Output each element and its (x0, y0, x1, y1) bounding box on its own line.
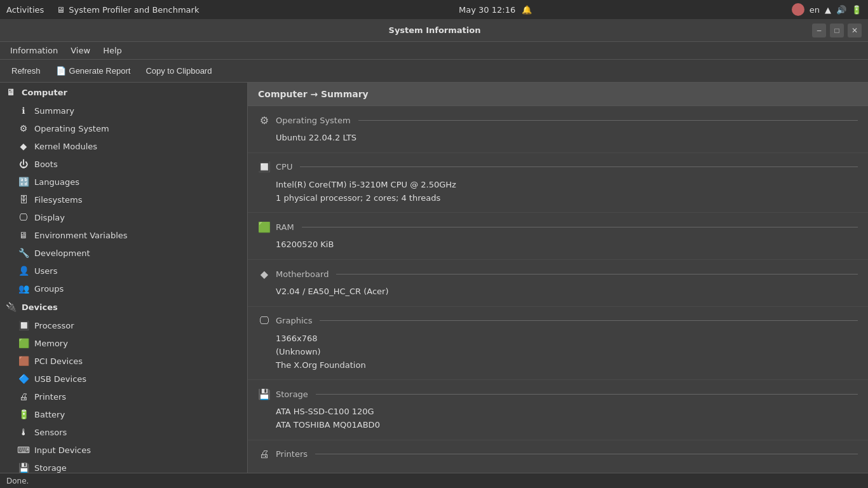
storage-section-icon: 💾 (258, 388, 271, 400)
sidebar-item-groups[interactable]: 👥 Groups (0, 280, 247, 297)
minimize-button[interactable]: – (812, 24, 826, 37)
sidebar-item-battery[interactable]: 🔋 Battery (0, 405, 247, 423)
processor-icon: 🔲 (18, 320, 29, 331)
sidebar-label-pci: PCI Devices (34, 356, 83, 366)
section-cpu: 🔲 CPU Intel(R) Core(TM) i5-3210M CPU @ 2… (248, 153, 868, 214)
sidebar-label-sensors: Sensors (34, 428, 67, 437)
sidebar: 🖥 Computer ℹ Summary ⚙ Operating System … (0, 83, 248, 473)
maximize-button[interactable]: □ (830, 24, 844, 37)
filesystems-icon: 🗄 (18, 194, 29, 205)
motherboard-section-icon: ◆ (258, 268, 271, 280)
sidebar-label-boots: Boots (34, 159, 58, 169)
section-title-cpu: 🔲 CPU (258, 161, 858, 173)
main-content: 🖥 Computer ℹ Summary ⚙ Operating System … (0, 83, 868, 473)
os-title-text: Operating System (276, 116, 351, 125)
sidebar-item-env-variables[interactable]: 🖥 Environment Variables (0, 226, 247, 244)
toolbar: Refresh 📄 Generate Report Copy to Clipbo… (0, 60, 868, 83)
sidebar-item-pci-devices[interactable]: 🟫 PCI Devices (0, 352, 247, 370)
cpu-value: Intel(R) Core(TM) i5-3210M CPU @ 2.50GHz… (276, 179, 858, 205)
graphics-section-icon: 🖵 (258, 315, 271, 327)
usb-icon: 🔷 (18, 373, 29, 384)
sidebar-label-kernel: Kernel Modules (34, 142, 97, 151)
section-operating-system: ⚙ Operating System Ubuntu 22.04.2 LTS (248, 106, 868, 153)
topbar: Activities 🖥 System Profiler and Benchma… (0, 0, 868, 19)
cpu-title-text: CPU (276, 162, 292, 172)
sidebar-item-filesystems[interactable]: 🗄 Filesystems (0, 191, 247, 208)
sidebar-label-input-devices: Input Devices (34, 445, 91, 455)
section-storage: 💾 Storage ATA HS-SSD-C100 120G ATA TOSHI… (248, 380, 868, 440)
section-title-motherboard: ◆ Motherboard (258, 268, 858, 280)
generate-report-icon: 📄 (56, 66, 66, 76)
activities-button[interactable]: Activities (6, 5, 44, 15)
language-display: en (810, 5, 820, 15)
generate-report-button[interactable]: 📄 Generate Report (50, 64, 137, 78)
sidebar-item-sensors[interactable]: 🌡 Sensors (0, 423, 247, 441)
sidebar-item-summary[interactable]: ℹ Summary (0, 102, 247, 119)
section-ram: 🟩 RAM 16200520 KiB (248, 213, 868, 260)
sidebar-item-input-devices[interactable]: ⌨ Input Devices (0, 441, 247, 459)
close-button[interactable]: ✕ (848, 24, 862, 37)
graphics-value: 868x488 (Unknown) The X.Org Foundation (276, 332, 858, 372)
status-text: Done. (6, 477, 29, 485)
wifi-icon: ▲ (825, 5, 831, 15)
sidebar-item-computer[interactable]: 🖥 Computer (0, 83, 247, 102)
sidebar-item-operating-system[interactable]: ⚙ Operating System (0, 119, 247, 137)
ram-title-text: RAM (276, 222, 294, 232)
battery-topbar-icon: 🔋 (851, 5, 862, 15)
sidebar-label-groups: Groups (34, 284, 64, 294)
env-icon: 🖥 (18, 229, 29, 241)
sidebar-label-printers: Printers (34, 392, 66, 402)
section-title-printers: 🖨 Printers (258, 448, 858, 461)
sidebar-item-languages[interactable]: 🔡 Languages (0, 173, 247, 191)
sidebar-item-kernel-modules[interactable]: ◆ Kernel Modules (0, 137, 247, 155)
menubar: Information View Help (0, 42, 868, 60)
sidebar-item-development[interactable]: 🔧 Development (0, 244, 247, 262)
sidebar-label-display: Display (34, 213, 65, 222)
input-devices-icon: ⌨ (18, 444, 29, 456)
sidebar-item-display[interactable]: 🖵 Display (0, 208, 247, 226)
menu-help[interactable]: Help (98, 44, 127, 57)
sidebar-label-usb: USB Devices (34, 374, 86, 384)
sidebar-label-env: Environment Variables (34, 231, 128, 240)
boots-icon: ⏻ (18, 158, 29, 170)
datetime-display: May 30 12:16 (459, 5, 515, 15)
statusbar: Done. (0, 473, 868, 488)
development-icon: 🔧 (18, 247, 29, 259)
sidebar-item-storage[interactable]: 💾 Storage (0, 459, 247, 473)
window-titlebar: System Information – □ ✕ (0, 19, 868, 42)
storage-value: ATA HS-SSD-C100 120G ATA TOSHIBA MQ01ABD… (276, 405, 858, 432)
sidebar-item-memory[interactable]: 🟩 Memory (0, 334, 247, 352)
section-title-graphics: 🖵 Graphics (258, 315, 858, 327)
os-section-icon: ⚙ (258, 114, 271, 126)
copy-clipboard-button[interactable]: Copy to Clipboard (139, 64, 218, 78)
refresh-button[interactable]: Refresh (5, 64, 47, 78)
sidebar-label-languages: Languages (34, 177, 79, 187)
section-printers: 🖨 Printers (248, 440, 868, 473)
ram-section-icon: 🟩 (258, 220, 271, 233)
pci-icon: 🟫 (18, 355, 29, 367)
topbar-left: Activities 🖥 System Profiler and Benchma… (6, 5, 199, 15)
app-title-topbar: 🖥 System Profiler and Benchmark (57, 5, 199, 15)
menu-view[interactable]: View (65, 44, 95, 57)
battery-icon: 🔋 (18, 409, 29, 420)
sidebar-label-filesystems: Filesystems (34, 195, 83, 205)
storage-title-text: Storage (276, 390, 308, 399)
sidebar-item-users[interactable]: 👤 Users (0, 262, 247, 280)
printers-title-text: Printers (276, 449, 308, 459)
menu-information[interactable]: Information (5, 44, 63, 57)
sidebar-item-printers[interactable]: 🖨 Printers (0, 388, 247, 405)
sidebar-item-boots[interactable]: ⏻ Boots (0, 155, 247, 173)
sidebar-label-processor: Processor (34, 321, 74, 330)
avatar-icon (792, 3, 804, 16)
ram-value: 16200520 KiB (276, 238, 858, 252)
section-graphics: 🖵 Graphics 868x488 (Unknown) The X.Org … (248, 307, 868, 380)
sidebar-label-summary: Summary (34, 106, 74, 116)
sidebar-label-development: Development (34, 248, 90, 258)
storage-icon: 💾 (18, 462, 29, 473)
sidebar-label-battery: Battery (34, 410, 65, 419)
sidebar-item-devices[interactable]: 🔌 Devices (0, 297, 247, 316)
right-panel: Computer → Summary ⚙ Operating System Ub… (248, 83, 868, 473)
graphics-title-text: Graphics (276, 316, 312, 325)
sidebar-item-usb-devices[interactable]: 🔷 USB Devices (0, 370, 247, 388)
sidebar-item-processor[interactable]: 🔲 Processor (0, 316, 247, 334)
